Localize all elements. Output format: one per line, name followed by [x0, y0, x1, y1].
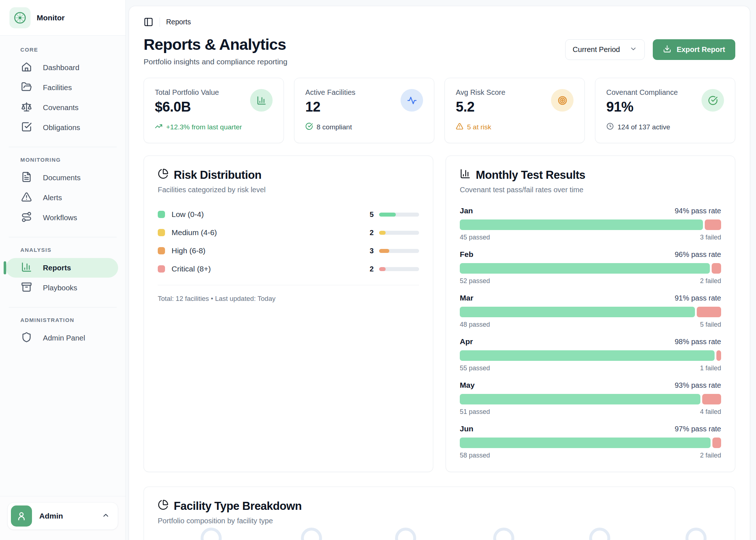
sidebar-item-obligations[interactable]: Obligations: [6, 118, 118, 137]
risk-progress-bar: [379, 249, 419, 253]
activity-icon: [401, 89, 423, 112]
sidebar-item-reports[interactable]: Reports: [6, 258, 118, 278]
card-title: Risk Distribution: [174, 169, 261, 182]
risk-progress-bar: [379, 231, 419, 235]
stat-card-avg-risk-score: Avg Risk Score 5.2 5 at risk: [445, 78, 585, 143]
home-icon: [21, 61, 32, 74]
sidebar-footer: Admin: [0, 496, 125, 540]
month-row-may: May93% pass rate 51 passed4 failed: [460, 381, 721, 416]
donut-ring: [493, 528, 514, 540]
sidebar-item-alerts[interactable]: Alerts: [6, 188, 118, 207]
sidebar-item-label: Facilities: [43, 83, 72, 92]
card-title: Facility Type Breakdown: [174, 500, 302, 513]
monitor-logo-icon: [9, 7, 31, 28]
archive-icon: [21, 282, 32, 294]
page-subtitle: Portfolio insights and compliance report…: [144, 57, 287, 66]
legend-swatch: [158, 265, 165, 273]
sidebar-divider: [9, 237, 117, 237]
monthly-test-results-card: Monthly Test Results Covenant test pass/…: [446, 156, 735, 472]
sidebar-item-label: Covenants: [43, 103, 79, 112]
section-label-administration: ADMINISTRATION: [20, 317, 125, 323]
pass-fail-bar: [460, 219, 721, 230]
pie-chart-icon: [158, 499, 169, 513]
donut-ring: [685, 528, 707, 540]
sidebar-divider: [9, 147, 117, 147]
chevron-down-icon: [630, 45, 637, 55]
risk-footer: Total: 12 facilities • Last updated: Tod…: [158, 295, 419, 303]
legend-swatch: [158, 229, 165, 236]
app-window: Monitor CORE Dashboard Facilities Covena…: [0, 0, 756, 540]
donut-ring: [201, 528, 222, 540]
sidebar-toggle-icon[interactable]: [144, 17, 153, 27]
month-row-jan: Jan94% pass rate 45 passed3 failed: [460, 206, 721, 241]
alert-triangle-icon: [456, 122, 463, 132]
chevron-up-icon: [102, 511, 110, 521]
breadcrumb-item: Reports: [166, 18, 191, 26]
sidebar-item-workflows[interactable]: Workflows: [6, 208, 118, 227]
sidebar-item-label: Playbooks: [43, 283, 77, 292]
sidebar-item-label: Workflows: [43, 213, 77, 222]
risk-progress-bar: [379, 213, 419, 217]
pass-fail-bar: [460, 350, 721, 361]
sidebar-nav: CORE Dashboard Facilities Covenants Obli…: [0, 36, 125, 496]
page-heading: Reports & Analytics Portfolio insights a…: [144, 36, 287, 66]
sidebar-item-covenants[interactable]: Covenants: [6, 98, 118, 117]
stat-subtext: 5 at risk: [467, 123, 491, 131]
sidebar-item-documents[interactable]: Documents: [6, 168, 118, 188]
sidebar-item-admin-panel[interactable]: Admin Panel: [6, 328, 118, 348]
risk-distribution-card: Risk Distribution Facilities categorized…: [144, 156, 433, 472]
stat-card-active-facilities: Active Facilities 12 8 compliant: [294, 78, 434, 143]
download-icon: [663, 45, 671, 55]
pass-fail-bar: [460, 438, 721, 448]
risk-row-critical: Critical (8+) 2: [158, 264, 419, 274]
month-row-mar: Mar91% pass rate 48 passed5 failed: [460, 294, 721, 329]
alert-triangle-icon: [21, 192, 32, 204]
workflow-route-icon: [21, 211, 32, 224]
stat-card-total-portfolio-value: Total Portfolio Value $6.0B +12.3% from …: [144, 78, 284, 143]
breadcrumb-divider: [160, 17, 160, 27]
user-name: Admin: [39, 512, 94, 520]
shield-icon: [21, 332, 32, 344]
bar-chart-icon: [21, 262, 32, 274]
pie-chart-icon: [158, 168, 169, 182]
card-subtitle: Facilities categorized by risk level: [158, 186, 419, 194]
legend-swatch: [158, 247, 165, 254]
risk-rows: Low (0-4) 5 Medium (4-6) 2 High: [158, 209, 419, 274]
sidebar-item-label: Obligations: [43, 123, 80, 132]
trending-up-icon: [155, 122, 162, 132]
sidebar-item-label: Admin Panel: [43, 334, 85, 342]
risk-row-medium: Medium (4-6) 2: [158, 227, 419, 238]
monthly-bars: Jan94% pass rate 45 passed3 failed Feb96…: [460, 206, 721, 459]
stat-subtext: 124 of 137 active: [618, 123, 670, 131]
section-label-monitoring: MONITORING: [20, 157, 125, 163]
stats-row: Total Portfolio Value $6.0B +12.3% from …: [144, 78, 735, 143]
sidebar-item-label: Dashboard: [43, 63, 79, 72]
pass-fail-bar: [460, 307, 721, 317]
divider: [158, 285, 419, 285]
stat-card-covenant-compliance: Covenant Compliance 91% 124 of 137 activ…: [595, 78, 735, 143]
sidebar-item-facilities[interactable]: Facilities: [6, 78, 118, 97]
sidebar-item-playbooks[interactable]: Playbooks: [6, 278, 118, 298]
month-row-jun: Jun97% pass rate 58 passed2 failed: [460, 424, 721, 459]
month-row-apr: Apr98% pass rate 55 passed1 failed: [460, 337, 721, 372]
sidebar-item-dashboard[interactable]: Dashboard: [6, 58, 118, 77]
export-report-button[interactable]: Export Report: [653, 39, 735, 60]
stat-subtext: +12.3% from last quarter: [166, 123, 242, 131]
content-panel: Reports Reports & Analytics Portfolio in…: [129, 6, 750, 540]
folder-open-icon: [21, 81, 32, 94]
period-select-value: Current Period: [573, 45, 620, 54]
sidebar-item-label: Reports: [43, 263, 71, 272]
risk-progress-bar: [379, 267, 419, 271]
donut-ring: [301, 528, 322, 540]
app-title: Monitor: [37, 13, 65, 22]
period-select[interactable]: Current Period: [565, 39, 645, 60]
section-label-analysis: ANALYSIS: [20, 247, 125, 253]
sidebar-divider: [9, 307, 117, 307]
risk-row-high: High (6-8) 3: [158, 246, 419, 256]
user-menu-button[interactable]: Admin: [7, 502, 118, 530]
card-subtitle: Portfolio composition by facility type: [158, 517, 721, 525]
legend-swatch: [158, 211, 165, 218]
donut-ring: [589, 528, 610, 540]
sidebar-item-label: Documents: [43, 173, 81, 182]
breadcrumb: Reports: [144, 6, 735, 27]
